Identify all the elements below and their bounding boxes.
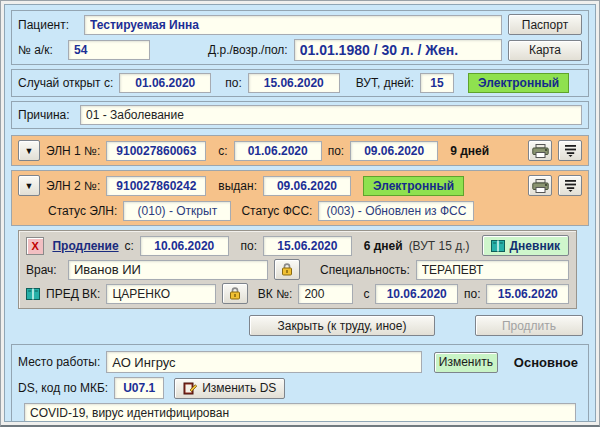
workplace-label: Место работы: [18,355,100,369]
ds-code-field[interactable] [114,377,164,399]
vk-row: ПРЕД ВК: ВК №: с по: [26,283,569,304]
primary-workplace-label: Основное [514,355,578,370]
delete-extension-button[interactable]: X [26,237,44,255]
doctor-lock-button[interactable] [274,259,300,280]
status-fss-field[interactable] [318,201,474,221]
eln1-expand-button[interactable]: ▼ [18,140,40,161]
electronic-badge: Электронный [468,73,569,93]
status-eln-label: Статус ЭЛН: [48,204,117,218]
extension-header-row: X Продление с: по: 6 дней (ВУТ 15 д.) Дн… [26,235,569,256]
extension-from-label: с: [125,239,134,253]
vk-to-field[interactable] [486,284,569,304]
pred-vk-label: ПРЕД ВК: [46,287,100,301]
patient-label: Пациент: [18,18,78,32]
pred-vk-field[interactable] [106,284,216,304]
case-open-label: Случай открыт с: [18,76,113,90]
actions-row: Закрыть (к труду, иное) Продлить [11,315,589,336]
extension-duration: 6 дней [364,239,403,253]
eln1-from-field[interactable] [234,141,322,161]
vk-number-label: ВК №: [258,287,293,301]
account-number-field[interactable] [68,40,150,60]
printer-icon [532,179,549,193]
eln2-print-button[interactable] [528,175,552,196]
reason-label: Причина: [18,108,74,122]
eln1-to-label: по: [328,144,345,158]
vk-from-field[interactable] [375,284,458,304]
card-button[interactable]: Карта [508,40,582,61]
case-to-label: по: [225,76,242,90]
extend-button: Продлить [475,315,583,336]
dob-label: Д.р./возр./пол: [208,43,288,57]
eln2-row: ▼ ЭЛН 2 №: выдан: Электронный [18,175,582,196]
change-ds-button[interactable]: Изменить DS [174,378,285,399]
ds-label: DS, код по МКБ: [18,381,108,395]
specialty-label: Специальность: [320,263,410,277]
journal-icon [26,288,40,300]
main-content: Пациент: Паспорт № а/к: Д.р./возр./пол: … [4,4,596,422]
eln2-issued-label: выдан: [218,179,257,193]
eln1-panel: ▼ ЭЛН 1 №: с: по: 9 дней [11,135,589,166]
work-panel: Место работы: Изменить Основное DS, код … [11,344,589,422]
specialty-field[interactable] [416,260,569,280]
eln2-expand-button[interactable]: ▼ [18,175,40,196]
list-lines-icon [564,179,577,192]
case-panel: Случай открыт с: по: ВУТ, дней: Электрон… [11,69,589,97]
case-to-field[interactable] [248,73,340,93]
extension-duration-note: (ВУТ 15 д.) [409,239,470,253]
vk-from-label: с [363,287,369,301]
doctor-row: Врач: Специальность: [26,259,569,280]
eln1-list-button[interactable] [558,140,582,161]
journal-icon [491,240,505,252]
chevron-down-icon: ▼ [25,181,34,191]
lock-icon [229,287,241,300]
vk-number-field[interactable] [298,284,353,304]
reason-panel: Причина: [11,101,589,129]
eln2-list-button[interactable] [558,175,582,196]
eln2-issued-field[interactable] [263,176,351,196]
dob-field[interactable] [294,39,502,61]
diagnosis-code-row: DS, код по МКБ: Изменить DS [18,377,582,399]
pred-vk-lock-button[interactable] [222,283,248,304]
change-workplace-button[interactable]: Изменить [434,352,498,373]
book-edit-icon [183,381,197,395]
case-from-field[interactable] [119,73,211,93]
diagnosis-text-field[interactable] [24,403,576,422]
account-label: № а/к: [18,43,62,57]
printer-icon [532,144,549,158]
eln1-number-field[interactable] [106,141,206,161]
patient-panel: Пациент: Паспорт № а/к: Д.р./возр./пол: … [11,10,589,65]
extension-to-field[interactable] [263,236,352,256]
eln1-label: ЭЛН 1 №: [46,144,100,158]
eln1-print-button[interactable] [528,140,552,161]
passport-button[interactable]: Паспорт [508,14,582,35]
app-window: Пациент: Паспорт № а/к: Д.р./возр./пол: … [0,0,600,427]
doctor-label: Врач: [26,263,62,277]
list-lines-icon [564,144,577,157]
patient-row: Пациент: Паспорт [18,14,582,35]
case-row: Случай открыт с: по: ВУТ, дней: Электрон… [18,73,582,93]
patient-name-field[interactable] [84,15,502,35]
vk-to-label: по: [464,287,481,301]
diary-button-label: Дневник [510,239,560,253]
workplace-row: Место работы: Изменить Основное [18,351,582,373]
extension-from-field[interactable] [140,236,229,256]
vut-days-field[interactable] [420,73,454,93]
account-row: № а/к: Д.р./возр./пол: Карта [18,39,582,61]
status-eln-field[interactable] [123,201,231,221]
eln1-to-field[interactable] [350,141,438,161]
status-fss-label: Статус ФСС: [241,204,312,218]
eln2-panel: ▼ ЭЛН 2 №: выдан: Электронный Статус ЭЛН… [11,170,589,226]
doctor-field[interactable] [68,260,268,280]
eln1-row: ▼ ЭЛН 1 №: с: по: 9 дней [18,140,582,161]
extension-to-label: по: [241,239,258,253]
reason-field[interactable] [80,105,582,125]
reason-row: Причина: [18,105,582,125]
eln2-status-row: Статус ЭЛН: Статус ФСС: [48,201,582,221]
extension-title: Продление [52,239,118,253]
chevron-down-icon: ▼ [25,146,34,156]
diary-button[interactable]: Дневник [482,235,569,256]
workplace-field[interactable] [106,351,422,373]
close-case-button[interactable]: Закрыть (к труду, иное) [249,315,435,336]
eln2-number-field[interactable] [106,176,206,196]
eln1-from-label: с: [218,144,227,158]
